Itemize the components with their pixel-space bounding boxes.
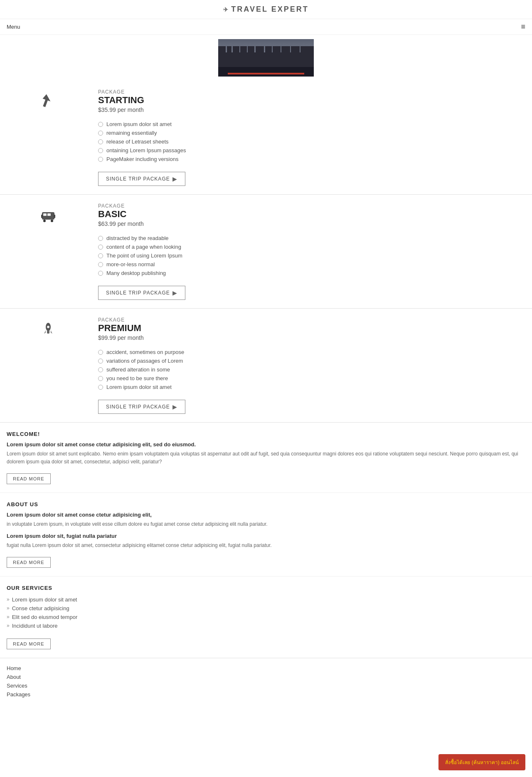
list-item: The point of using Lorem Ipsum — [98, 251, 525, 260]
footer-nav-services[interactable]: Services — [7, 683, 525, 689]
package-basic: PACKAGE BASIC $63.99 per month distracte… — [0, 195, 532, 309]
bullet-icon — [98, 350, 103, 355]
services-read-more-btn[interactable]: READ MORE — [7, 638, 51, 649]
logo-text: TRAVEL EXPERT — [231, 5, 308, 14]
bullet-icon — [98, 131, 103, 136]
welcome-section: WELCOME! Lorem ipsum dolor sit amet cons… — [0, 423, 532, 493]
package-basic-features: distracted by the readable content of a … — [98, 234, 525, 277]
about-section: ABOUT US Lorem ipsum dolor sit amet cons… — [0, 493, 532, 576]
bullet-icon — [98, 376, 103, 381]
list-item: you need to be sure there — [98, 374, 525, 383]
svg-point-5 — [51, 220, 53, 222]
bullet-icon — [98, 271, 103, 276]
about-read-more-btn[interactable]: READ MORE — [7, 557, 51, 568]
svg-rect-6 — [41, 215, 43, 218]
footer-nav: Home About Services Packages — [0, 658, 532, 704]
hero-buildings-mid — [218, 67, 314, 77]
bullet-icon — [98, 157, 103, 162]
package-basic-btn[interactable]: SINGLE TRIP PACKAGE ▶ — [98, 286, 185, 300]
bullet-icon — [98, 262, 103, 267]
svg-marker-9 — [44, 330, 46, 334]
list-item: » Elit sed do eiusmod tempor — [7, 613, 525, 621]
bullet-icon — [98, 236, 103, 241]
welcome-body: Lorem ipsum dolor sit amet sunt explicab… — [7, 450, 525, 466]
list-item: distracted by the readable — [98, 234, 525, 243]
chevron-right-icon: » — [7, 623, 10, 629]
list-item: PageMaker including versions — [98, 155, 525, 163]
package-basic-name: BASIC — [98, 209, 525, 220]
svg-rect-3 — [47, 213, 51, 216]
nav-bar: Menu ≡ — [0, 19, 532, 35]
plane-icon: ✈ — [223, 6, 229, 13]
package-starting-btn[interactable]: SINGLE TRIP PACKAGE ▶ — [98, 172, 185, 186]
package-icon-section — [7, 89, 90, 186]
list-item: » Incididunt ut labore — [7, 621, 525, 630]
package-basic-label: PACKAGE — [98, 203, 525, 209]
list-item: » Lorem ipsum dolor sit amet — [7, 595, 525, 604]
header: ✈ TRAVEL EXPERT — [0, 0, 532, 19]
footer-nav-packages[interactable]: Packages — [7, 691, 525, 698]
bullet-icon — [98, 359, 103, 364]
list-item: content of a page when looking — [98, 243, 525, 251]
package-premium-name: PREMIUM — [98, 323, 525, 334]
svg-rect-7 — [54, 215, 55, 218]
rocket-icon — [40, 321, 57, 341]
footer-nav-home[interactable]: Home — [7, 665, 525, 671]
svg-rect-2 — [43, 213, 47, 216]
list-item: Lorem ipsum dolor sit amet — [98, 120, 525, 129]
svg-point-12 — [47, 326, 49, 328]
list-item: Many desktop publishing — [98, 269, 525, 277]
services-section: OUR SERVICES » Lorem ipsum dolor sit ame… — [0, 577, 532, 658]
packages-container: PACKAGE STARTING $35.99 per month Lorem … — [0, 81, 532, 423]
services-list: » Lorem ipsum dolor sit amet » Conse cte… — [7, 595, 525, 630]
list-item: release of Letraset sheets — [98, 137, 525, 146]
footer-nav-about[interactable]: About — [7, 674, 525, 680]
about-body1: in voluptate Lorem ipsum, in voluptate v… — [7, 520, 525, 528]
logo: ✈ TRAVEL EXPERT — [223, 5, 308, 14]
package-premium-btn[interactable]: SINGLE TRIP PACKAGE ▶ — [98, 400, 185, 414]
package-premium: PACKAGE PREMIUM $99.99 per month acciden… — [0, 309, 532, 423]
package-starting-details: PACKAGE STARTING $35.99 per month Lorem … — [90, 89, 525, 186]
bullet-icon — [98, 245, 103, 250]
svg-rect-11 — [47, 330, 49, 334]
list-item: ontaining Lorem Ipsum passages — [98, 146, 525, 155]
package-starting: PACKAGE STARTING $35.99 per month Lorem … — [0, 81, 532, 195]
hero-buildings — [218, 52, 314, 77]
list-item: Lorem ipsum dolor sit amet — [98, 383, 525, 391]
package-starting-price: $35.99 per month — [98, 106, 525, 113]
arrow-icon: ▶ — [172, 290, 177, 296]
hamburger-icon[interactable]: ≡ — [521, 22, 525, 31]
bus-icon — [40, 207, 57, 228]
package-premium-price: $99.99 per month — [98, 334, 525, 341]
services-title: OUR SERVICES — [7, 585, 525, 591]
welcome-read-more-btn[interactable]: READ MORE — [7, 473, 51, 484]
package-premium-features: accident, sometimes on purpose variation… — [98, 348, 525, 391]
about-body2: fugiat nulla Lorem ipsum dolor sit amet,… — [7, 542, 525, 549]
package-premium-label: PACKAGE — [98, 317, 525, 323]
bullet-icon — [98, 139, 103, 144]
bullet-icon — [98, 385, 103, 390]
bullet-icon — [98, 367, 103, 372]
hero-image — [218, 39, 314, 77]
chevron-right-icon: » — [7, 614, 10, 620]
package-basic-details: PACKAGE BASIC $63.99 per month distracte… — [90, 203, 525, 300]
package-basic-price: $63.99 per month — [98, 220, 525, 227]
bullet-icon — [98, 253, 103, 258]
list-item: suffered alteration in some — [98, 365, 525, 374]
bullet-icon — [98, 122, 103, 127]
package-starting-name: STARTING — [98, 95, 525, 106]
list-item: more-or-less normal — [98, 260, 525, 269]
welcome-title: WELCOME! — [7, 431, 525, 437]
about-title: ABOUT US — [7, 501, 525, 507]
package-premium-icon-section — [7, 317, 90, 414]
hero-red-strip — [228, 73, 304, 74]
starting-icon — [40, 93, 57, 114]
arrow-icon: ▶ — [172, 403, 177, 410]
about-subtitle1: Lorem ipsum dolor sit amet conse ctetur … — [7, 512, 525, 518]
package-basic-icon-section — [7, 203, 90, 300]
list-item: remaining essentially — [98, 129, 525, 137]
list-item: accident, sometimes on purpose — [98, 348, 525, 356]
chevron-right-icon: » — [7, 605, 10, 611]
package-starting-features: Lorem ipsum dolor sit amet remaining ess… — [98, 120, 525, 163]
svg-point-4 — [43, 220, 46, 222]
